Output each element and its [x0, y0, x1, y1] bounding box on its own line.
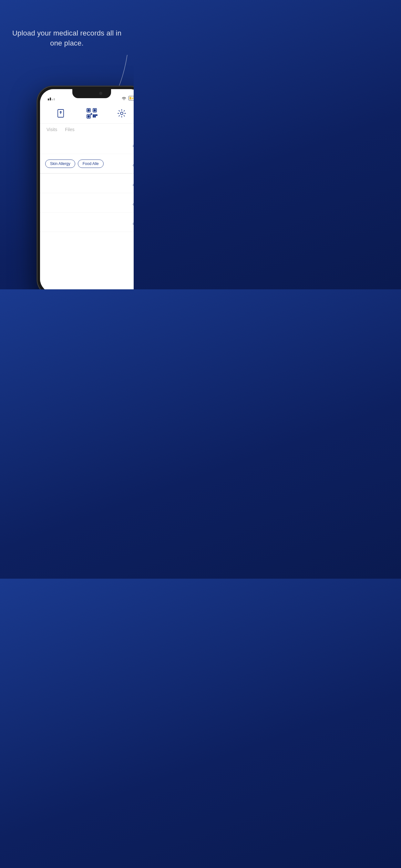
svg-rect-15	[95, 116, 96, 117]
edit-icon-3[interactable]	[132, 200, 134, 206]
svg-rect-11	[88, 116, 89, 117]
svg-rect-3	[54, 98, 55, 100]
tagline: Upload your medical records all in one p…	[6, 28, 127, 49]
svg-rect-14	[93, 116, 94, 117]
svg-point-18	[120, 112, 123, 115]
list-item	[40, 135, 134, 154]
svg-rect-16	[96, 115, 97, 116]
tag-skin-allergy[interactable]: Skin Allergy	[45, 159, 75, 168]
edit-icon-4[interactable]	[132, 219, 134, 225]
svg-rect-1	[50, 97, 51, 100]
tab-files[interactable]: Files	[65, 127, 74, 135]
list-item-3	[40, 193, 134, 213]
qr-button[interactable]	[86, 107, 98, 120]
camera	[99, 92, 102, 95]
status-bar: ⚡	[40, 89, 134, 103]
toolbar	[40, 103, 134, 124]
phone-outer: ⚡	[37, 86, 134, 289]
charging-bolt: ⚡	[129, 96, 134, 100]
tab-visits[interactable]: Visits	[47, 127, 57, 135]
settings-icon	[117, 109, 126, 118]
tag-list: Skin Allergy Food Alle	[45, 159, 132, 168]
edit-icon-2[interactable]	[132, 181, 134, 186]
svg-rect-9	[94, 110, 96, 111]
notch	[72, 89, 111, 98]
upload-button[interactable]	[56, 107, 68, 120]
battery-icon: ⚡	[128, 96, 134, 100]
app-content: Visits Files Skin Allergy	[40, 103, 134, 289]
wifi-icon	[121, 96, 127, 100]
list-item-4	[40, 213, 134, 232]
tag-food-alle[interactable]: Food Alle	[78, 159, 104, 168]
phone-mockup: ⚡	[0, 86, 134, 289]
signal-icon	[48, 96, 55, 100]
list-item-allergies: Skin Allergy Food Alle	[40, 154, 134, 174]
svg-rect-2	[52, 99, 53, 100]
phone-screen: ⚡	[40, 89, 134, 289]
edit-icon-allergies[interactable]	[132, 161, 134, 166]
settings-button[interactable]	[116, 107, 128, 120]
upload-icon	[57, 108, 67, 119]
list-area: Skin Allergy Food Alle	[40, 135, 134, 289]
status-right: ⚡	[121, 96, 134, 100]
qr-icon	[86, 107, 97, 119]
tabs-bar: Visits Files	[40, 124, 134, 135]
list-item-2	[40, 174, 134, 193]
svg-rect-13	[95, 115, 96, 116]
signal-area	[48, 96, 55, 100]
svg-rect-7	[88, 110, 89, 111]
svg-rect-12	[93, 115, 94, 116]
edit-icon[interactable]	[132, 142, 134, 147]
svg-rect-0	[48, 98, 49, 100]
